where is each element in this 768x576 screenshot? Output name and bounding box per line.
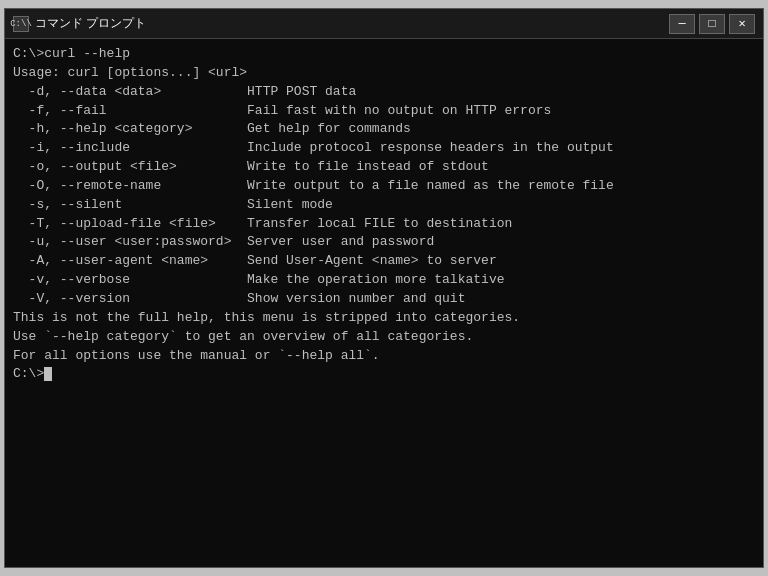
window-controls: ─ □ ✕ (669, 14, 755, 34)
terminal-line: C:\> (13, 365, 755, 384)
terminal-line: Usage: curl [options...] <url> (13, 64, 755, 83)
window-title: コマンド プロンプト (35, 15, 669, 32)
terminal-line: -T, --upload-file <file> Transfer local … (13, 215, 755, 234)
terminal-line: -i, --include Include protocol response … (13, 139, 755, 158)
terminal-line: -V, --version Show version number and qu… (13, 290, 755, 309)
terminal-line: -f, --fail Fail fast with no output on H… (13, 102, 755, 121)
terminal-line: -A, --user-agent <name> Send User-Agent … (13, 252, 755, 271)
terminal-line: -v, --verbose Make the operation more ta… (13, 271, 755, 290)
terminal-line: This is not the full help, this menu is … (13, 309, 755, 328)
maximize-button[interactable]: □ (699, 14, 725, 34)
terminal-line: -u, --user <user:password> Server user a… (13, 233, 755, 252)
terminal-line: C:\>curl --help (13, 45, 755, 64)
minimize-button[interactable]: ─ (669, 14, 695, 34)
terminal-line: -d, --data <data> HTTP POST data (13, 83, 755, 102)
terminal-line: Use `--help category` to get an overview… (13, 328, 755, 347)
terminal-line: -o, --output <file> Write to file instea… (13, 158, 755, 177)
terminal-line: For all options use the manual or `--hel… (13, 347, 755, 366)
terminal-window: C:\\ コマンド プロンプト ─ □ ✕ C:\>curl --helpUsa… (4, 8, 764, 568)
terminal-line: -h, --help <category> Get help for comma… (13, 120, 755, 139)
window-icon: C:\\ (13, 16, 29, 32)
terminal-line: -s, --silent Silent mode (13, 196, 755, 215)
terminal-line: -O, --remote-name Write output to a file… (13, 177, 755, 196)
terminal-cursor (44, 367, 52, 381)
close-button[interactable]: ✕ (729, 14, 755, 34)
title-bar: C:\\ コマンド プロンプト ─ □ ✕ (5, 9, 763, 39)
terminal-body[interactable]: C:\>curl --helpUsage: curl [options...] … (5, 39, 763, 567)
